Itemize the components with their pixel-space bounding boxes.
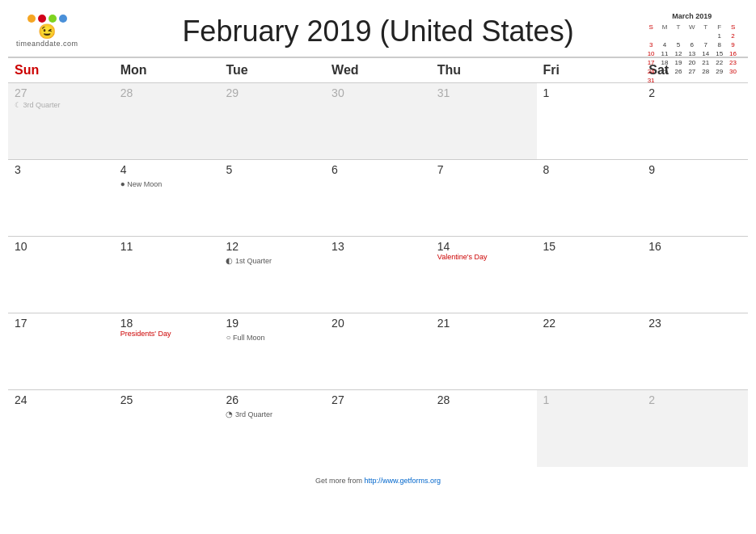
mini-col-wed: W [685, 23, 699, 32]
mini-cell: 10 [644, 49, 658, 58]
day-cell-feb27: 27 [325, 390, 431, 467]
footer-link[interactable]: http://www.getforms.org [364, 477, 441, 485]
mini-cell [658, 32, 672, 40]
day-number: 25 [120, 393, 213, 406]
moon-phase: ● New Moon [120, 180, 163, 188]
logo-dot-3 [49, 15, 57, 23]
day-number: 27 [332, 393, 424, 406]
day-number: 2 [648, 86, 741, 99]
day-number: 17 [15, 317, 108, 330]
holiday-label: Valentine's Day [437, 253, 530, 261]
day-cell-feb4: 4 ● New Moon [114, 160, 220, 237]
calendar-week-3: 10 11 12 ◐ 1st Quarter 13 14 Valentine's… [8, 237, 748, 313]
mini-cell: 30 [726, 67, 740, 76]
day-number: 24 [15, 393, 108, 406]
day-number: 6 [332, 163, 424, 176]
day-number: 1 [543, 393, 636, 406]
mini-cell: 4 [658, 40, 672, 49]
mini-cell: 29 [712, 67, 726, 76]
footer-text: Get more from [315, 477, 365, 485]
mini-col-thu: T [699, 23, 712, 32]
day-cell-jan31: 31 [431, 83, 537, 160]
day-number: 11 [120, 240, 213, 253]
mini-cell: 1 [712, 32, 726, 40]
day-number: 20 [332, 317, 424, 330]
mini-cell: 31 [644, 76, 658, 85]
page-title: February 2019 (United States) [182, 15, 573, 48]
mini-col-mon: M [658, 23, 672, 32]
day-number: 9 [648, 163, 741, 176]
day-number: 27 [15, 86, 108, 99]
logo-text: timeanddate.com [16, 40, 78, 48]
day-cell-feb21: 21 [431, 313, 537, 390]
day-cell-mar1: 1 [537, 390, 643, 467]
mini-cal-table: S M T W T F S 1 2 [644, 23, 740, 85]
mini-cell: 18 [658, 58, 672, 67]
mini-col-sat: S [726, 23, 740, 32]
mini-cell: 8 [712, 40, 726, 49]
logo: 😉 timeanddate.com [16, 15, 78, 48]
day-number: 7 [437, 163, 530, 176]
mini-col-tue: T [671, 23, 685, 32]
day-number: 8 [543, 163, 636, 176]
day-number: 10 [15, 240, 108, 253]
mini-cell: 13 [685, 49, 699, 58]
moon-phase: ○ Full Moon [226, 334, 264, 342]
mini-cell: 17 [644, 58, 658, 67]
day-cell-feb8: 8 [537, 160, 643, 237]
mini-cell: 23 [726, 58, 740, 67]
mini-cell: 12 [671, 49, 685, 58]
day-cell-feb9: 9 [642, 160, 748, 237]
mini-cell: 2 [726, 32, 740, 40]
day-cell-feb7: 7 [431, 160, 537, 237]
col-header-sun: Sun [8, 57, 114, 83]
mini-cell [699, 76, 712, 85]
day-cell-jan29: 29 [219, 83, 325, 160]
col-header-wed: Wed [325, 57, 431, 83]
day-cell-feb19: 19 ○ Full Moon [219, 313, 325, 390]
logo-dot-4 [59, 15, 67, 23]
mini-cell: 27 [685, 67, 699, 76]
day-number: 22 [543, 317, 636, 330]
day-cell-feb6: 6 [325, 160, 431, 237]
day-number: 12 [226, 240, 319, 253]
logo-smiley: 😉 [38, 24, 56, 39]
day-number: 26 [226, 393, 319, 406]
mini-cell: 26 [671, 67, 685, 76]
mini-cell: 9 [726, 40, 740, 49]
day-cell-jan27: 27 ☾ 3rd Quarter [8, 83, 114, 160]
mini-cell: 21 [699, 58, 712, 67]
day-number: 29 [226, 86, 319, 99]
day-cell-feb28: 28 [431, 390, 537, 467]
mini-cell [699, 32, 712, 40]
mini-cell: 7 [699, 40, 712, 49]
mini-cell: 11 [658, 49, 672, 58]
mini-calendar: March 2019 S M T W T F S [644, 12, 740, 85]
day-cell-feb2: 2 [642, 83, 748, 160]
day-number: 30 [332, 86, 424, 99]
mini-cal-title: March 2019 [644, 12, 740, 20]
day-number: 15 [543, 240, 636, 253]
calendar-container: Sun Mon Tue Wed Thu Fri Sat 27 ☾ 3rd Qua… [0, 57, 756, 467]
mini-col-fri: F [712, 23, 726, 32]
day-cell-feb25: 25 [114, 390, 220, 467]
mini-cell: 16 [726, 49, 740, 58]
mini-cell: 14 [699, 49, 712, 58]
logo-dots [27, 15, 67, 23]
mini-cell [671, 32, 685, 40]
col-header-tue: Tue [219, 57, 325, 83]
day-event: ☾ 3rd Quarter [15, 101, 108, 109]
mini-cell [685, 76, 699, 85]
mini-cell: 5 [671, 40, 685, 49]
day-cell-feb5: 5 [219, 160, 325, 237]
day-number: 31 [437, 86, 530, 99]
mini-cell: 25 [658, 67, 672, 76]
day-cell-feb10: 10 [8, 237, 114, 313]
day-number: 18 [120, 317, 213, 330]
day-cell-feb1: 1 [537, 83, 643, 160]
col-header-mon: Mon [114, 57, 220, 83]
day-cell-feb24: 24 [8, 390, 114, 467]
calendar-week-5: 24 25 26 ◔ 3rd Quarter 27 28 1 [8, 390, 748, 467]
day-cell-feb12: 12 ◐ 1st Quarter [219, 237, 325, 313]
day-cell-feb23: 23 [642, 313, 748, 390]
